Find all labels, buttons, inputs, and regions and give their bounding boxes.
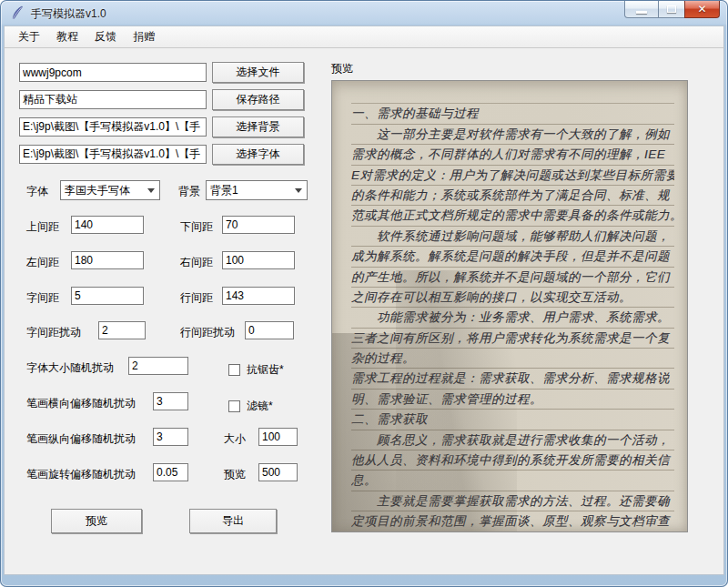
handwriting-paper: 一、需求的基础与过程 这一部分主要是对软件需求有一个大致的了解，例如需求的概念，… xyxy=(332,81,687,531)
handwriting-line: 的产生地。所以，解系统并不是问题域的一个部分，它们 xyxy=(351,268,674,288)
line-spacing-jitter-label: 行间距扰动 xyxy=(180,325,235,340)
char-spacing-jitter-input[interactable] xyxy=(98,321,146,339)
font-combo-label: 字体 xyxy=(26,184,48,199)
antialias-checkbox-label: 抗锯齿* xyxy=(247,362,284,378)
char-spacing-label: 字间距 xyxy=(26,290,59,306)
title-bar[interactable]: 手写模拟器v1.0 ✕ xyxy=(0,0,728,25)
stroke-rotation-jitter-label: 笔画旋转偏移随机扰动 xyxy=(26,467,136,482)
menu-item[interactable]: 反馈 xyxy=(86,26,125,47)
handwriting-line: 明、需求验证、需求管理的过程。 xyxy=(351,390,674,410)
char-spacing-jitter-label: 字间距扰动 xyxy=(26,325,81,340)
ruled-line xyxy=(351,84,674,104)
chevron-down-icon xyxy=(295,188,302,193)
handwriting-line: 之间存在可以相互影响的接口，以实现交互活动。 xyxy=(351,288,674,308)
right-margin-input[interactable] xyxy=(222,251,295,269)
handwriting-line: 主要就是需要掌握获取需求的方法、过程。还需要确 xyxy=(351,491,674,511)
source-text-input[interactable] xyxy=(19,63,207,82)
antialias-checkbox[interactable]: 抗锯齿* xyxy=(228,362,284,378)
top-margin-input[interactable] xyxy=(71,216,144,234)
background-combobox-value: 背景1 xyxy=(210,183,238,198)
minimize-icon xyxy=(636,11,647,14)
close-icon: ✕ xyxy=(697,3,706,15)
choose-file-button[interactable]: 选择文件 xyxy=(212,62,304,83)
line-spacing-label: 行间距 xyxy=(180,290,213,306)
checkbox-box xyxy=(228,400,240,412)
stroke-horizontal-jitter-input[interactable] xyxy=(153,392,188,410)
stroke-vertical-jitter-label: 笔画纵向偏移随机扰动 xyxy=(26,431,136,447)
preview-size-label: 预览 xyxy=(224,467,246,482)
chevron-down-icon xyxy=(147,188,155,193)
handwriting-line: 顾名思义，需求获取就是进行需求收集的一个活动， xyxy=(351,430,674,450)
left-margin-input[interactable] xyxy=(71,251,144,269)
line-spacing-jitter-input[interactable] xyxy=(245,321,294,339)
save-name-input[interactable] xyxy=(19,90,207,109)
font-path-input[interactable] xyxy=(19,145,207,164)
background-path-input[interactable] xyxy=(19,117,207,137)
handwriting-line: 范或其他正式文档所规定的需求中需要具备的条件或能力。 xyxy=(351,206,674,226)
client-area: 选择文件 保存路径 选择背景 选择字体 字体 李国夫手写体 背景 背景1 上间距… xyxy=(4,48,724,575)
menu-item[interactable]: 捐赠 xyxy=(125,26,163,47)
left-margin-label: 左间距 xyxy=(26,255,59,270)
menu-item[interactable]: 关于 xyxy=(10,26,48,47)
preview-size-input[interactable] xyxy=(258,463,298,481)
font-size-jitter-label: 字体大小随机扰动 xyxy=(26,360,114,376)
bottom-margin-label: 下间距 xyxy=(180,219,213,235)
choose-font-button[interactable]: 选择字体 xyxy=(212,144,304,165)
filter-checkbox[interactable]: 滤镜* xyxy=(228,399,273,414)
maximize-button[interactable] xyxy=(659,1,684,18)
handwriting-line: 需求工程的过程就是：需求获取、需求分析、需求规格说 xyxy=(351,369,674,389)
handwriting-line: 这一部分主要是对软件需求有一个大致的了解，例如 xyxy=(351,125,674,145)
font-size-jitter-input[interactable] xyxy=(128,357,188,375)
checkbox-box xyxy=(228,364,240,376)
handwriting-line: 他从人员、资料和环境中得到的系统开发所需要的相关信 xyxy=(351,450,674,471)
app-window: 手写模拟器v1.0 ✕ 关于教程反馈捐赠 选择文件 保存路径 选择背景 选择字体… xyxy=(0,0,728,587)
stroke-rotation-jitter-input[interactable] xyxy=(153,463,188,481)
filter-checkbox-label: 滤镜* xyxy=(247,399,273,414)
right-margin-label: 右间距 xyxy=(180,255,213,270)
window-bottom-border xyxy=(0,575,728,587)
handwriting-line: 软件系统通过影响问题域，能够帮助人们解决问题， xyxy=(351,227,674,247)
handwriting-line: 三者之间有所区别，将用户需求转化为系统需求是一个复 xyxy=(351,329,674,349)
preview-button[interactable]: 预览 xyxy=(51,509,142,533)
bottom-margin-input[interactable] xyxy=(222,216,295,234)
handwriting-line: 的条件和能力；系统或系统部件为了满足合同、标准、规 xyxy=(351,186,674,206)
choose-background-button[interactable]: 选择背景 xyxy=(212,116,304,137)
close-button[interactable]: ✕ xyxy=(684,1,720,18)
size-label: 大小 xyxy=(224,431,246,447)
background-combo-label: 背景 xyxy=(178,184,200,199)
preview-image-panel: 一、需求的基础与过程 这一部分主要是对软件需求有一个大致的了解，例如需求的概念，… xyxy=(331,80,688,532)
maximize-icon xyxy=(667,5,676,13)
font-combobox-value: 李国夫手写体 xyxy=(65,183,130,198)
handwriting-line: 定项目的前景和范围，掌握面谈、原型、观察与文档审查 xyxy=(351,511,674,531)
char-spacing-input[interactable] xyxy=(71,287,144,305)
top-margin-label: 上间距 xyxy=(26,219,59,235)
handwriting-line: E对需求的定义：用户为了解决问题或达到某些目标所需要 xyxy=(351,166,674,186)
menu-bar: 关于教程反馈捐赠 xyxy=(4,25,724,48)
export-button[interactable]: 导出 xyxy=(189,509,277,533)
stroke-vertical-jitter-input[interactable] xyxy=(153,428,188,446)
preview-pane-label: 预览 xyxy=(331,61,353,76)
feather-app-icon xyxy=(10,5,25,20)
save-path-button[interactable]: 保存路径 xyxy=(212,89,304,110)
window-controls: ✕ xyxy=(624,1,720,18)
minimize-button[interactable] xyxy=(624,1,659,18)
line-spacing-input[interactable] xyxy=(222,287,295,305)
handwriting-line: 杂的过程。 xyxy=(351,349,674,369)
stroke-horizontal-jitter-label: 笔画横向偏移随机扰动 xyxy=(26,396,136,411)
window-title: 手写模拟器v1.0 xyxy=(31,6,106,22)
handwriting-line: 需求的概念，不同群体的人们对需求有不同的理解，IEE xyxy=(351,145,674,165)
handwriting-line: 成为解系统。解系统是问题的解决手段，但是并不是问题 xyxy=(351,247,674,267)
handwriting-line: 二、需求获取 xyxy=(351,410,674,430)
background-combobox[interactable]: 背景1 xyxy=(206,180,308,200)
menu-item[interactable]: 教程 xyxy=(48,26,86,47)
handwriting-line: 息。 xyxy=(351,471,674,491)
handwriting-line: 一、需求的基础与过程 xyxy=(351,104,674,124)
handwriting-line: 功能需求被分为：业务需求、用户需求、系统需求。 xyxy=(351,308,674,328)
size-input[interactable] xyxy=(258,428,298,446)
font-combobox[interactable]: 李国夫手写体 xyxy=(60,180,160,200)
handwriting-text: 一、需求的基础与过程 这一部分主要是对软件需求有一个大致的了解，例如需求的概念，… xyxy=(351,104,674,531)
